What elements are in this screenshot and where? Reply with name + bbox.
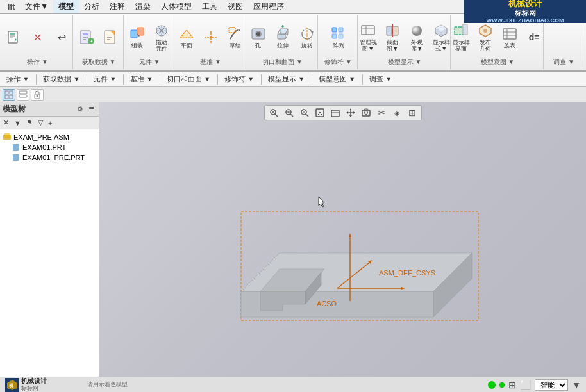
ts-modelintent[interactable]: 模型意图 ▼ bbox=[315, 74, 360, 85]
svg-rect-79 bbox=[331, 110, 339, 117]
showbound-label: 显示样界面 bbox=[453, 40, 470, 53]
sep4 bbox=[160, 74, 160, 85]
ribbon-btn-plane[interactable]: 平面 bbox=[175, 24, 198, 51]
ribbon-btn-export[interactable] bbox=[99, 27, 122, 47]
vt-grid[interactable]: ⊞ bbox=[405, 106, 419, 119]
ribbon-btn-close[interactable]: ✕ bbox=[26, 27, 49, 47]
tree-item-exam-asm[interactable]: EXAM_PRE.ASM bbox=[1, 132, 97, 142]
extrude-label: 拉伸 bbox=[277, 43, 289, 49]
svg-text:机: 机 bbox=[8, 382, 14, 388]
status-save-btn[interactable]: ⊞ bbox=[508, 380, 516, 390]
vt-pan[interactable] bbox=[344, 106, 358, 119]
panel-menu-btn[interactable]: ≣ bbox=[87, 104, 96, 114]
viewport[interactable]: ✂ ◈ ⊞ bbox=[99, 102, 586, 378]
pt-filter-btn[interactable]: ⚑ bbox=[24, 118, 35, 127]
axis-icon bbox=[202, 28, 220, 46]
ribbon-btn-appearance[interactable]: 外观库▼ bbox=[405, 20, 428, 54]
ts-datum[interactable]: 基准 ▼ bbox=[126, 74, 157, 85]
ribbon-datum-buttons: 平面 bbox=[175, 17, 247, 58]
svg-rect-35 bbox=[332, 34, 337, 38]
ribbon-btn-sketch[interactable]: 草绘 bbox=[224, 24, 247, 51]
ribbon-btn-pubgeo[interactable]: 发布几何 bbox=[474, 20, 497, 54]
menu-item-analysis[interactable]: 分析 bbox=[79, 0, 105, 13]
svg-rect-27 bbox=[278, 34, 285, 39]
drag-icon bbox=[153, 22, 171, 40]
ts-cutsurf[interactable]: 切口和曲面 ▼ bbox=[163, 74, 215, 85]
ribbon-btn-manageview[interactable]: 管理视图▼ bbox=[356, 20, 380, 54]
import-icon: + bbox=[78, 28, 96, 46]
tree-prt2-icon bbox=[12, 153, 21, 162]
ts-modeldisplay[interactable]: 模型显示 ▼ bbox=[264, 74, 309, 85]
ribbon-group-operations-label: 操作 ▼ bbox=[27, 58, 48, 68]
svg-point-26 bbox=[256, 32, 260, 36]
menu-item-humanmodel[interactable]: 人体模型 bbox=[156, 0, 197, 13]
statusbar-hint: 请用示着色模型 bbox=[87, 380, 128, 389]
pattern-label: 阵列 bbox=[333, 43, 344, 49]
ribbon-btn-hole[interactable]: 孔 bbox=[247, 24, 270, 51]
pt-close-btn[interactable]: ✕ bbox=[1, 118, 11, 127]
tree-item-exam01pre-prt[interactable]: EXAM01_PRE.PRT bbox=[1, 152, 97, 163]
tree-item-exam01-prt[interactable]: EXAM01.PRT bbox=[1, 142, 97, 152]
ribbon-btn-undo[interactable]: ↩ bbox=[51, 27, 74, 47]
svg-rect-13 bbox=[107, 37, 112, 38]
svg-rect-59 bbox=[19, 91, 27, 94]
ts-investigate[interactable]: 调查 ▼ bbox=[365, 74, 396, 85]
panel-settings-btn[interactable]: ⚙ bbox=[75, 104, 85, 114]
svg-text:АCSО: АCSО bbox=[317, 300, 337, 307]
ribbon-btn-import[interactable]: + bbox=[75, 27, 98, 47]
ribbon-btn-pattern[interactable]: 阵列 bbox=[327, 24, 350, 51]
svg-line-72 bbox=[290, 114, 293, 117]
ribbon-btn-deq[interactable]: d= bbox=[523, 27, 546, 47]
ribbon-btn-section[interactable]: 截面图▼ bbox=[381, 20, 404, 54]
status-dropdown-arrow[interactable]: ▼ bbox=[572, 380, 581, 390]
svg-marker-98 bbox=[349, 233, 351, 237]
vt-cut[interactable]: ✂ bbox=[374, 106, 389, 119]
svg-point-43 bbox=[412, 26, 422, 36]
close-ribbon-icon: ✕ bbox=[29, 28, 47, 46]
menu-item-render[interactable]: 渲染 bbox=[130, 0, 156, 13]
status-mode-select[interactable]: 智能 选择 草绘 bbox=[535, 379, 568, 391]
ribbon-btn-extrude[interactable]: 拉伸 bbox=[271, 24, 294, 51]
ts-getdata[interactable]: 获取数据 ▼ bbox=[39, 74, 84, 85]
vt-appearance2[interactable]: ◈ bbox=[390, 106, 404, 119]
tab-lock-view[interactable] bbox=[31, 89, 44, 101]
ts-operations[interactable]: 操作 ▼ bbox=[3, 74, 33, 85]
menu-item-annotation[interactable]: 注释 bbox=[105, 0, 130, 13]
tab-tree-view[interactable] bbox=[3, 89, 15, 101]
ribbon-btn-drag[interactable]: 拖动元件 bbox=[150, 20, 173, 54]
ribbon-btn-showbound[interactable]: 显示样界面 bbox=[449, 20, 473, 54]
menu-item-apps[interactable]: 应用程序 bbox=[248, 0, 289, 13]
pt-add-btn[interactable]: + bbox=[46, 118, 54, 127]
vt-capture[interactable] bbox=[359, 106, 373, 119]
ribbon-group-investigate-label: 调查 ▼ bbox=[553, 58, 574, 68]
ribbon-group-modelintent-label: 模型意图 ▼ bbox=[481, 58, 515, 68]
pt-expand-btn[interactable]: ▽ bbox=[36, 118, 45, 127]
ribbon-btn-new[interactable] bbox=[2, 27, 25, 47]
menu-item-tools[interactable]: 工具 bbox=[197, 0, 222, 13]
vt-zoom-window[interactable] bbox=[267, 106, 281, 119]
pt-dropdown-btn[interactable]: ▼ bbox=[12, 118, 23, 127]
ts-component[interactable]: 元件 ▼ bbox=[90, 74, 121, 85]
vt-fit[interactable] bbox=[313, 106, 327, 119]
menu-item-app[interactable]: Ift bbox=[3, 1, 20, 13]
vt-zoom-in[interactable] bbox=[282, 106, 296, 119]
ts-modifier[interactable]: 修饰符 ▼ bbox=[221, 74, 258, 85]
model-tree: EXAM_PRE.ASM EXAM01.PRT EXAM01_PRE.PRT bbox=[0, 129, 99, 378]
menu-item-model[interactable]: 模型 bbox=[53, 0, 79, 13]
vt-zoom-out[interactable] bbox=[297, 106, 312, 119]
left-panel: 模型树 ⚙ ≣ ✕ ▼ ⚑ ▽ + EXAM_PRE.ASM bbox=[0, 102, 99, 378]
ribbon-btn-assemble[interactable]: 组装 bbox=[126, 24, 149, 51]
tab-layers-view[interactable] bbox=[17, 89, 29, 101]
status-export-btn[interactable]: ⬜ bbox=[520, 380, 531, 390]
menu-item-file[interactable]: 文件▼ bbox=[20, 0, 53, 13]
statusbar-left: 机 机械设计 标标网 请用示着色模型 bbox=[5, 378, 483, 392]
svg-rect-60 bbox=[19, 95, 27, 97]
menu-item-view[interactable]: 视图 bbox=[222, 0, 248, 13]
svg-rect-57 bbox=[5, 95, 8, 99]
ribbon-btn-axis[interactable] bbox=[199, 27, 222, 47]
showbound-icon bbox=[452, 22, 470, 40]
vt-orient[interactable] bbox=[328, 106, 342, 119]
familytable-icon bbox=[501, 25, 519, 43]
ribbon-btn-revolve[interactable]: 旋转 bbox=[296, 24, 319, 51]
ribbon-btn-familytable[interactable]: 族表 bbox=[498, 24, 521, 51]
